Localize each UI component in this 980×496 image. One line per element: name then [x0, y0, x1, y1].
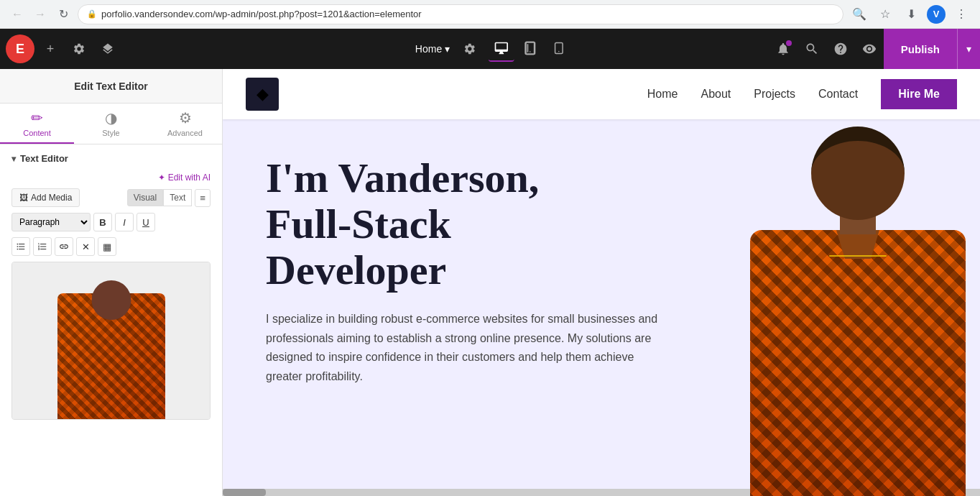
advanced-tab-label: Advanced	[167, 129, 203, 137]
site-logo: ◆	[246, 78, 279, 111]
browser-avatar[interactable]: V	[927, 5, 946, 24]
browser-download-button[interactable]: ⬇	[901, 4, 921, 24]
nav-contact-link[interactable]: Contact	[818, 88, 858, 100]
hero-section: I'm Vanderson,Full-StackDeveloper I spec…	[223, 119, 980, 496]
unlink-button[interactable]: ✕	[76, 237, 95, 256]
notification-dot	[786, 40, 792, 46]
back-button[interactable]: ←	[9, 6, 26, 23]
search-button[interactable]	[798, 35, 826, 63]
hero-description: I specialize in building robust e-commer…	[266, 310, 668, 386]
tab-style[interactable]: ◑ Style	[74, 104, 148, 144]
content-tab-icon: ✏	[31, 109, 43, 127]
notifications-button[interactable]	[769, 35, 798, 63]
paragraph-select[interactable]: Paragraph Heading 1 Heading 2 Heading 3	[11, 213, 91, 231]
publish-dropdown-button[interactable]: ▾	[957, 29, 980, 69]
bold-button[interactable]: B	[93, 213, 112, 231]
format-row: Paragraph Heading 1 Heading 2 Heading 3 …	[11, 213, 211, 231]
style-tab-label: Style	[102, 129, 119, 137]
canvas-area: ◆ Home About Projects Contact Hire Me I'…	[223, 69, 980, 496]
elementor-logo-button[interactable]: E	[6, 35, 34, 63]
edit-with-ai-button[interactable]: ✦ Edit with AI	[158, 173, 211, 183]
add-media-label: Add Media	[31, 193, 72, 203]
table-view-button[interactable]: ≡	[195, 189, 211, 207]
preview-button[interactable]	[855, 35, 884, 63]
view-toggle: Visual Text ≡	[127, 189, 211, 207]
nav-about-link[interactable]: About	[701, 88, 731, 100]
browser-bookmark-button[interactable]: ☆	[875, 4, 895, 24]
help-button[interactable]	[826, 35, 855, 63]
section-title: Text Editor	[20, 153, 68, 164]
topbar-right: Publish ▾	[769, 29, 980, 69]
panel-preview-area	[11, 262, 211, 420]
edit-ai-label: Edit with AI	[168, 173, 211, 183]
edit-ai-icon: ✦	[158, 173, 165, 183]
section-toggle-icon: ▾	[11, 154, 16, 164]
add-element-button[interactable]: +	[37, 36, 63, 62]
logo-icon: ◆	[256, 85, 269, 104]
advanced-tab-icon: ⚙	[179, 109, 192, 127]
refresh-button[interactable]: ↻	[55, 6, 72, 23]
panel-header: Edit Text Editor	[0, 69, 222, 104]
topbar-settings-button[interactable]	[457, 36, 483, 62]
text-editor-section: ▾ Text Editor ✦ Edit with AI 🖼 Add Media	[11, 153, 211, 420]
panel-tabs: ✏ Content ◑ Style ⚙ Advanced	[0, 104, 222, 144]
browser-chrome: ← → ↻ 🔒 porfolio.vandersondev.com/wp-adm…	[0, 0, 980, 29]
list-row: ✕ ▦	[11, 237, 211, 256]
lock-icon: 🔒	[87, 9, 97, 19]
topbar-left: E +	[0, 29, 126, 69]
browser-search-button[interactable]: 🔍	[849, 4, 869, 24]
add-media-icon: 🖼	[19, 193, 28, 203]
visual-view-button[interactable]: Visual	[127, 189, 163, 206]
site-navigation: ◆ Home About Projects Contact Hire Me	[223, 69, 980, 119]
add-media-button[interactable]: 🖼 Add Media	[11, 188, 80, 207]
content-tab-label: Content	[23, 129, 51, 137]
table-format-button[interactable]: ▦	[98, 237, 116, 256]
canvas-scroll-thumb[interactable]	[223, 489, 266, 496]
device-desktop-button[interactable]	[489, 36, 514, 62]
nav-projects-link[interactable]: Projects	[754, 88, 795, 100]
section-header[interactable]: ▾ Text Editor	[11, 153, 211, 164]
ordered-list-button[interactable]	[33, 237, 52, 256]
left-panel: Edit Text Editor ✏ Content ◑ Style ⚙ Adv…	[0, 69, 223, 496]
layers-button[interactable]	[95, 36, 121, 62]
italic-button[interactable]: I	[115, 213, 134, 231]
url-text: porfolio.vandersondev.com/wp-admin/post.…	[101, 9, 422, 19]
url-bar[interactable]: 🔒 porfolio.vandersondev.com/wp-admin/pos…	[78, 4, 843, 24]
settings-button[interactable]	[66, 36, 92, 62]
link-button[interactable]	[55, 237, 73, 256]
page-name-button[interactable]: Home ▾	[408, 39, 457, 59]
panel-title: Edit Text Editor	[74, 81, 147, 92]
browser-actions: 🔍 ☆ ⬇ V ⋮	[849, 4, 971, 24]
elementor-topbar: E + Home ▾	[0, 29, 980, 69]
tab-content[interactable]: ✏ Content	[0, 104, 74, 144]
nav-links: Home About Projects Contact	[647, 88, 858, 101]
device-tablet-button[interactable]	[517, 36, 543, 62]
style-tab-icon: ◑	[105, 109, 117, 127]
svg-rect-0	[526, 42, 535, 55]
hero-image	[736, 119, 980, 496]
underline-button[interactable]: U	[137, 213, 155, 231]
nav-home-link[interactable]: Home	[647, 88, 678, 100]
topbar-center: Home ▾	[408, 36, 572, 62]
edit-with-ai-row: ✦ Edit with AI	[11, 173, 211, 183]
text-view-button[interactable]: Text	[163, 189, 192, 206]
hire-me-button[interactable]: Hire Me	[881, 79, 957, 109]
device-buttons	[489, 36, 572, 62]
media-row: 🖼 Add Media Visual Text ≡	[11, 188, 211, 207]
publish-button[interactable]: Publish	[884, 29, 957, 69]
browser-menu-button[interactable]: ⋮	[951, 4, 971, 24]
forward-button[interactable]: →	[32, 6, 49, 23]
tab-advanced[interactable]: ⚙ Advanced	[148, 104, 222, 144]
panel-body: ▾ Text Editor ✦ Edit with AI 🖼 Add Media	[0, 144, 222, 496]
device-mobile-button[interactable]	[546, 36, 572, 62]
unordered-list-button[interactable]	[11, 237, 30, 256]
site-preview: ◆ Home About Projects Contact Hire Me I'…	[223, 69, 980, 496]
main-area: Edit Text Editor ✏ Content ◑ Style ⚙ Adv…	[0, 69, 980, 496]
